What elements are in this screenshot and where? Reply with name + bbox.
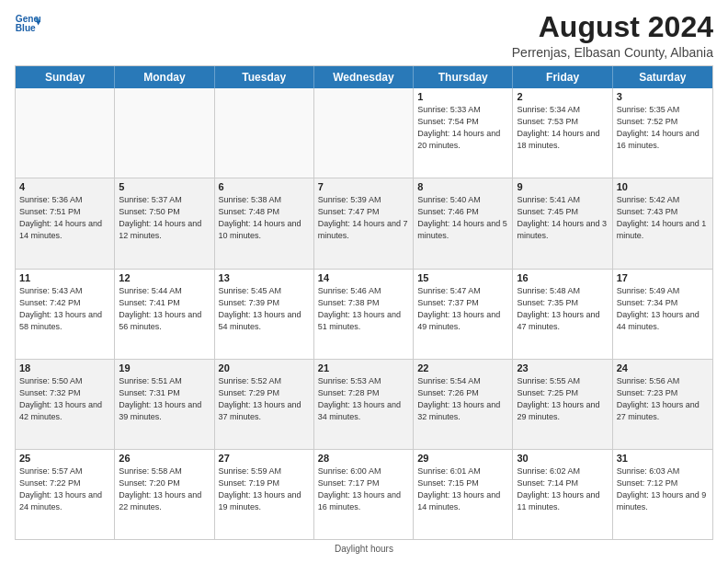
day-info: Sunrise: 5:54 AM Sunset: 7:26 PM Dayligh… [417, 375, 508, 423]
location-title: Perrenjas, Elbasan County, Albania [512, 45, 713, 60]
day-info: Sunrise: 5:38 AM Sunset: 7:48 PM Dayligh… [219, 194, 310, 242]
day-info: Sunrise: 5:35 AM Sunset: 7:52 PM Dayligh… [617, 104, 709, 152]
day-info: Sunrise: 5:51 AM Sunset: 7:31 PM Dayligh… [119, 375, 210, 423]
calendar-row: 11Sunrise: 5:43 AM Sunset: 7:42 PM Dayli… [16, 269, 712, 359]
calendar-day-11: 11Sunrise: 5:43 AM Sunset: 7:42 PM Dayli… [16, 270, 115, 359]
day-info: Sunrise: 6:03 AM Sunset: 7:12 PM Dayligh… [617, 465, 709, 513]
day-info: Sunrise: 5:53 AM Sunset: 7:28 PM Dayligh… [318, 375, 409, 423]
calendar-day-22: 22Sunrise: 5:54 AM Sunset: 7:26 PM Dayli… [414, 360, 513, 449]
day-number: 31 [617, 453, 709, 464]
day-number: 5 [119, 181, 210, 192]
calendar-day-1: 1Sunrise: 5:33 AM Sunset: 7:54 PM Daylig… [414, 88, 513, 178]
day-number: 12 [119, 272, 210, 283]
day-info: Sunrise: 6:02 AM Sunset: 7:14 PM Dayligh… [517, 465, 608, 513]
day-number: 4 [19, 181, 110, 192]
day-info: Sunrise: 5:55 AM Sunset: 7:25 PM Dayligh… [517, 375, 608, 423]
svg-text:Blue: Blue [16, 23, 36, 33]
calendar-day-18: 18Sunrise: 5:50 AM Sunset: 7:32 PM Dayli… [16, 360, 115, 449]
calendar-row: 25Sunrise: 5:57 AM Sunset: 7:22 PM Dayli… [16, 449, 712, 539]
calendar-day-29: 29Sunrise: 6:01 AM Sunset: 7:15 PM Dayli… [414, 450, 513, 539]
day-number: 28 [318, 453, 409, 464]
day-header-tuesday: Tuesday [215, 66, 314, 88]
empty-cell [115, 88, 214, 178]
calendar-day-5: 5Sunrise: 5:37 AM Sunset: 7:50 PM Daylig… [115, 178, 214, 268]
calendar-day-25: 25Sunrise: 5:57 AM Sunset: 7:22 PM Dayli… [16, 450, 115, 539]
calendar-day-7: 7Sunrise: 5:39 AM Sunset: 7:47 PM Daylig… [314, 178, 414, 268]
empty-cell [16, 88, 115, 178]
calendar-day-24: 24Sunrise: 5:56 AM Sunset: 7:23 PM Dayli… [613, 360, 712, 449]
calendar-day-9: 9Sunrise: 5:41 AM Sunset: 7:45 PM Daylig… [513, 178, 612, 268]
calendar-header: SundayMondayTuesdayWednesdayThursdayFrid… [16, 66, 712, 88]
calendar-day-10: 10Sunrise: 5:42 AM Sunset: 7:43 PM Dayli… [613, 178, 712, 268]
calendar-day-21: 21Sunrise: 5:53 AM Sunset: 7:28 PM Dayli… [314, 360, 414, 449]
logo: General Blue [15, 11, 40, 37]
calendar-day-6: 6Sunrise: 5:38 AM Sunset: 7:48 PM Daylig… [215, 178, 314, 268]
day-info: Sunrise: 5:57 AM Sunset: 7:22 PM Dayligh… [19, 465, 110, 513]
calendar-day-2: 2Sunrise: 5:34 AM Sunset: 7:53 PM Daylig… [513, 88, 612, 178]
calendar-day-17: 17Sunrise: 5:49 AM Sunset: 7:34 PM Dayli… [613, 270, 712, 359]
day-number: 16 [517, 272, 608, 283]
month-title: August 2024 [512, 11, 713, 43]
day-number: 7 [318, 181, 409, 192]
day-number: 21 [318, 362, 409, 373]
day-number: 3 [617, 91, 709, 102]
day-header-thursday: Thursday [414, 66, 513, 88]
day-number: 20 [219, 362, 310, 373]
empty-cell [314, 88, 414, 178]
calendar-row: 1Sunrise: 5:33 AM Sunset: 7:54 PM Daylig… [16, 88, 712, 178]
calendar-day-12: 12Sunrise: 5:44 AM Sunset: 7:41 PM Dayli… [115, 270, 214, 359]
day-info: Sunrise: 5:58 AM Sunset: 7:20 PM Dayligh… [119, 465, 210, 513]
empty-cell [215, 88, 314, 178]
calendar-day-30: 30Sunrise: 6:02 AM Sunset: 7:14 PM Dayli… [513, 450, 612, 539]
day-info: Sunrise: 5:56 AM Sunset: 7:23 PM Dayligh… [617, 375, 709, 423]
day-number: 11 [19, 272, 110, 283]
day-info: Sunrise: 6:00 AM Sunset: 7:17 PM Dayligh… [318, 465, 409, 513]
calendar-day-19: 19Sunrise: 5:51 AM Sunset: 7:31 PM Dayli… [115, 360, 214, 449]
day-number: 24 [617, 362, 709, 373]
day-info: Sunrise: 5:43 AM Sunset: 7:42 PM Dayligh… [19, 285, 110, 333]
day-info: Sunrise: 5:52 AM Sunset: 7:29 PM Dayligh… [219, 375, 310, 423]
calendar-row: 4Sunrise: 5:36 AM Sunset: 7:51 PM Daylig… [16, 178, 712, 268]
day-number: 14 [318, 272, 409, 283]
day-number: 10 [617, 181, 709, 192]
day-info: Sunrise: 6:01 AM Sunset: 7:15 PM Dayligh… [417, 465, 508, 513]
day-number: 6 [219, 181, 310, 192]
day-number: 19 [119, 362, 210, 373]
logo-icon: General Blue [15, 11, 40, 37]
calendar-body: 1Sunrise: 5:33 AM Sunset: 7:54 PM Daylig… [16, 88, 712, 539]
day-number: 30 [517, 453, 608, 464]
day-number: 1 [417, 91, 508, 102]
day-info: Sunrise: 5:37 AM Sunset: 7:50 PM Dayligh… [119, 194, 210, 242]
day-info: Sunrise: 5:59 AM Sunset: 7:19 PM Dayligh… [219, 465, 310, 513]
day-info: Sunrise: 5:42 AM Sunset: 7:43 PM Dayligh… [617, 194, 709, 242]
day-number: 25 [19, 453, 110, 464]
day-number: 18 [19, 362, 110, 373]
day-info: Sunrise: 5:44 AM Sunset: 7:41 PM Dayligh… [119, 285, 210, 333]
day-number: 27 [219, 453, 310, 464]
calendar-day-16: 16Sunrise: 5:48 AM Sunset: 7:35 PM Dayli… [513, 270, 612, 359]
day-info: Sunrise: 5:47 AM Sunset: 7:37 PM Dayligh… [417, 285, 508, 333]
calendar-day-8: 8Sunrise: 5:40 AM Sunset: 7:46 PM Daylig… [414, 178, 513, 268]
day-header-friday: Friday [513, 66, 612, 88]
calendar-day-4: 4Sunrise: 5:36 AM Sunset: 7:51 PM Daylig… [16, 178, 115, 268]
page-header: General Blue August 2024 Perrenjas, Elba… [15, 11, 713, 60]
day-info: Sunrise: 5:50 AM Sunset: 7:32 PM Dayligh… [19, 375, 110, 423]
day-info: Sunrise: 5:40 AM Sunset: 7:46 PM Dayligh… [417, 194, 508, 242]
day-number: 9 [517, 181, 608, 192]
day-header-monday: Monday [115, 66, 214, 88]
calendar-day-23: 23Sunrise: 5:55 AM Sunset: 7:25 PM Dayli… [513, 360, 612, 449]
day-number: 26 [119, 453, 210, 464]
calendar-day-20: 20Sunrise: 5:52 AM Sunset: 7:29 PM Dayli… [215, 360, 314, 449]
day-number: 23 [517, 362, 608, 373]
day-info: Sunrise: 5:46 AM Sunset: 7:38 PM Dayligh… [318, 285, 409, 333]
day-number: 13 [219, 272, 310, 283]
day-header-saturday: Saturday [613, 66, 712, 88]
calendar-row: 18Sunrise: 5:50 AM Sunset: 7:32 PM Dayli… [16, 359, 712, 449]
day-number: 17 [617, 272, 709, 283]
calendar: SundayMondayTuesdayWednesdayThursdayFrid… [15, 65, 713, 540]
day-number: 22 [417, 362, 508, 373]
day-info: Sunrise: 5:33 AM Sunset: 7:54 PM Dayligh… [417, 104, 508, 152]
calendar-day-13: 13Sunrise: 5:45 AM Sunset: 7:39 PM Dayli… [215, 270, 314, 359]
calendar-day-26: 26Sunrise: 5:58 AM Sunset: 7:20 PM Dayli… [115, 450, 214, 539]
calendar-day-14: 14Sunrise: 5:46 AM Sunset: 7:38 PM Dayli… [314, 270, 414, 359]
